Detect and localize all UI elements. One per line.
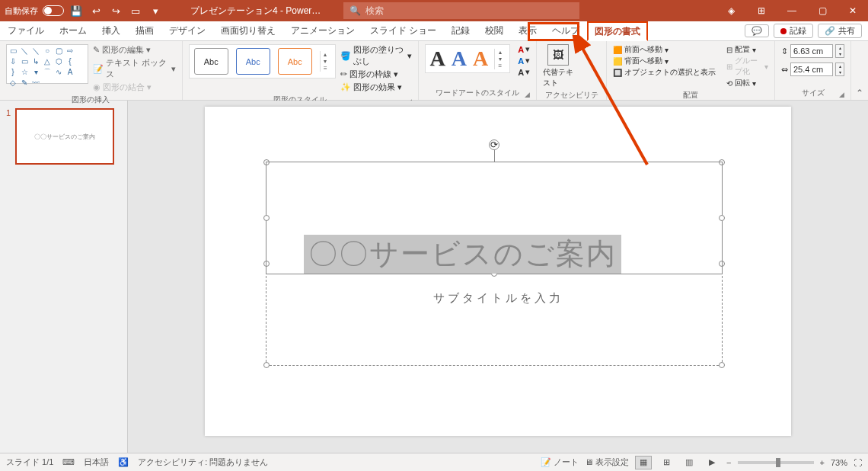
slide[interactable]: ⟳ 〇〇サービスのご案内 サブタイトルを入力	[205, 107, 791, 436]
shape-text-icon[interactable]: A	[65, 67, 75, 77]
handle-bl[interactable]	[263, 362, 270, 368]
shape-effects-button[interactable]: ✨ 図形の効果 ▾	[340, 82, 412, 93]
width-down-icon[interactable]: ▾	[836, 69, 844, 75]
wa-up-icon[interactable]: ▴	[495, 49, 505, 56]
edit-shape-button[interactable]: ✎ 図形の編集 ▾	[93, 44, 176, 56]
shape-outline-button[interactable]: ✏ 図形の枠線 ▾	[340, 69, 412, 80]
zoom-level[interactable]: 73%	[831, 458, 847, 467]
tab-record[interactable]: 記録	[444, 21, 477, 40]
zoom-in-icon[interactable]: +	[820, 458, 825, 467]
shape-line-icon[interactable]: ＼	[19, 46, 30, 56]
shape-line2-icon[interactable]: ＼	[30, 46, 41, 56]
shape-connector-icon[interactable]: ↳	[30, 56, 41, 66]
view-sorter-icon[interactable]: ⊞	[658, 456, 675, 469]
redo-icon[interactable]: ↪	[108, 3, 123, 18]
shape-rect2-icon[interactable]: ▢	[53, 46, 64, 56]
size-launcher-icon[interactable]: ◢	[839, 91, 844, 98]
shapes-gallery[interactable]: ▭ ＼ ＼ ○ ▢ ⇨ ⇩ ▭ ↳ △ ⬡ { } ☆ ▾ ⌒ ∿ A ◇ ✎	[6, 44, 88, 84]
height-down-icon[interactable]: ▾	[836, 51, 844, 57]
notes-button[interactable]: 📝 ノート	[541, 457, 579, 468]
wa-down-icon[interactable]: ▾	[495, 56, 505, 62]
wordart-gallery[interactable]: A A A ▴▾≡	[425, 44, 511, 73]
shape-scribble-icon[interactable]: 〰	[30, 78, 41, 88]
wordart-style-1[interactable]: A	[430, 46, 445, 71]
align-button[interactable]: ⊟ 配置 ▾	[726, 44, 768, 55]
slide-subtitle-text[interactable]: サブタイトルを入力	[205, 291, 791, 306]
send-backward-button[interactable]: 🟨 背面へ移動 ▾	[613, 56, 716, 66]
view-normal-icon[interactable]: ▦	[635, 456, 652, 469]
tab-design[interactable]: デザイン	[161, 21, 213, 40]
tab-animations[interactable]: アニメーション	[283, 21, 362, 40]
gallery-up-icon[interactable]: ▴	[321, 51, 330, 58]
handle-title-mr[interactable]	[719, 215, 725, 221]
slide-title-text[interactable]: 〇〇サービスのご案内	[304, 235, 621, 274]
alt-text-button[interactable]: 🖼 代替テキスト	[543, 44, 573, 88]
handle-br[interactable]	[719, 362, 725, 368]
group-button[interactable]: ⊞ グループ化 ▾	[726, 56, 768, 77]
account-icon[interactable]: ◈	[716, 0, 746, 21]
slide-thumbnail-1[interactable]: 1 〇〇サービスのご案内	[6, 108, 121, 165]
fit-to-window-icon[interactable]: ⛶	[854, 458, 862, 467]
tab-help[interactable]: ヘルプ	[544, 21, 587, 40]
shape-oval-icon[interactable]: ○	[42, 46, 53, 56]
autosave-toggle[interactable]	[43, 5, 64, 16]
shape-rect3-icon[interactable]: ▭	[19, 56, 30, 66]
search-box[interactable]: 🔍 検索	[343, 2, 579, 19]
undo-icon[interactable]: ↩	[88, 3, 104, 18]
height-input[interactable]: 6.63 cm	[790, 44, 833, 58]
shape-callout-icon[interactable]: ◇	[8, 78, 18, 88]
qat-more-icon[interactable]: ▾	[148, 3, 163, 18]
shape-star-icon[interactable]: ☆	[19, 67, 30, 77]
view-reading-icon[interactable]: ▥	[681, 456, 697, 469]
close-icon[interactable]: ✕	[838, 0, 868, 21]
record-button[interactable]: 記録	[774, 24, 813, 38]
maximize-icon[interactable]: ▢	[807, 0, 838, 21]
rotate-handle-icon[interactable]: ⟳	[489, 139, 499, 150]
shape-style-3[interactable]: Abc	[278, 48, 312, 75]
tab-draw[interactable]: 描画	[128, 21, 161, 40]
status-language[interactable]: 日本語	[84, 457, 109, 468]
rotate-button[interactable]: ⟲ 回転 ▾	[726, 78, 768, 88]
comments-button[interactable]: 💬	[745, 24, 769, 37]
collapse-ribbon-icon[interactable]: ⌃	[851, 86, 868, 100]
zoom-out-icon[interactable]: −	[726, 458, 731, 467]
height-up-icon[interactable]: ▴	[836, 45, 844, 51]
shape-freeform-icon[interactable]: ✎	[19, 78, 30, 88]
display-settings-button[interactable]: 🖥 表示設定	[585, 457, 629, 468]
shape-tri-icon[interactable]: △	[42, 56, 53, 66]
selection-pane-button[interactable]: 🔲 オブジェクトの選択と表示	[613, 67, 716, 78]
shape-style-1[interactable]: Abc	[194, 48, 228, 75]
shape-style-gallery[interactable]: Abc Abc Abc ▴▾≡	[189, 44, 336, 78]
tab-slideshow[interactable]: スライド ショー	[362, 21, 444, 40]
handle-title-ml[interactable]	[263, 215, 270, 221]
gallery-down-icon[interactable]: ▾	[321, 58, 330, 65]
bring-forward-button[interactable]: 🟧 前面へ移動 ▾	[613, 44, 716, 55]
shape-arrowr-icon[interactable]: ⇨	[65, 46, 75, 56]
shape-style-2[interactable]: Abc	[236, 48, 270, 75]
gallery-more-icon[interactable]: ≡	[321, 65, 330, 72]
from-beginning-icon[interactable]: ▭	[128, 3, 143, 18]
tab-home[interactable]: ホーム	[52, 21, 94, 40]
shape-brace-icon[interactable]: {	[65, 56, 75, 66]
tab-shape-format[interactable]: 図形の書式	[587, 21, 648, 41]
shape-fill-button[interactable]: 🪣 図形の塗りつぶし ▾	[340, 44, 412, 67]
text-fill-button[interactable]: A▾	[518, 44, 530, 54]
shape-curve-icon[interactable]: ∿	[53, 67, 64, 77]
zoom-slider[interactable]	[738, 461, 814, 464]
minimize-icon[interactable]: —	[777, 0, 807, 21]
shape-brace2-icon[interactable]: }	[8, 67, 18, 77]
wa-more-icon[interactable]: ≡	[495, 62, 505, 69]
shape-hex-icon[interactable]: ⬡	[53, 56, 64, 66]
shape-rect-icon[interactable]: ▭	[8, 46, 18, 56]
merge-shapes-button[interactable]: ◉ 図形の結合 ▾	[93, 82, 176, 93]
tab-view[interactable]: 表示	[511, 21, 544, 40]
status-accessibility[interactable]: アクセシビリティ: 問題ありません	[138, 457, 268, 468]
shape-more-icon[interactable]: ▾	[30, 67, 41, 77]
slide-canvas-area[interactable]: ⟳ 〇〇サービスのご案内 サブタイトルを入力	[128, 101, 868, 453]
tab-insert[interactable]: 挿入	[94, 21, 128, 40]
wordart-launcher-icon[interactable]: ◢	[525, 91, 530, 98]
shape-arrowd-icon[interactable]: ⇩	[8, 56, 18, 66]
status-slide-count[interactable]: スライド 1/1	[6, 457, 53, 468]
thumbnail-preview[interactable]: 〇〇サービスのご案内	[15, 108, 114, 165]
width-up-icon[interactable]: ▴	[836, 63, 844, 69]
